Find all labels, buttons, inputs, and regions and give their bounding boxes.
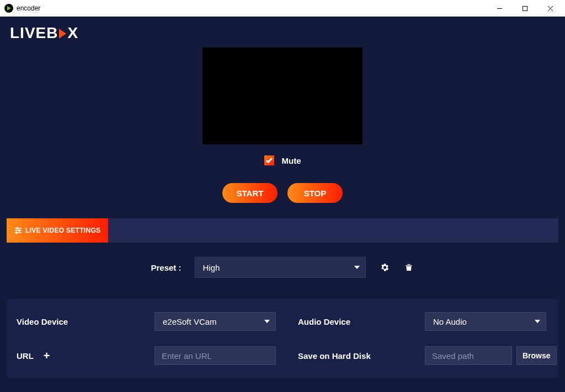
- svg-point-10: [15, 232, 17, 233]
- chevron-down-icon: [354, 266, 360, 269]
- window-titlebar: encoder: [0, 0, 565, 17]
- logo-chevron-icon: [59, 29, 66, 39]
- preset-settings-button[interactable]: [379, 262, 390, 273]
- url-label-cell: URL +: [17, 350, 149, 361]
- settings-tabstrip: LIVE VIDEO SETTINGS: [7, 218, 558, 243]
- browse-button[interactable]: Browse: [516, 346, 557, 365]
- close-button[interactable]: [537, 0, 563, 17]
- audio-device-label: Audio Device: [281, 317, 419, 326]
- mute-checkbox[interactable]: [264, 155, 274, 165]
- preset-select[interactable]: High: [195, 257, 366, 278]
- app-root: LIVEB X Mute START STOP LIVE VIDEO SETTI…: [0, 17, 565, 392]
- url-input[interactable]: [162, 351, 269, 361]
- audio-device-value: No Audio: [433, 317, 467, 326]
- maximize-button[interactable]: [512, 0, 537, 17]
- gear-icon: [380, 262, 390, 272]
- device-panel: Video Device e2eSoft VCam Audio Device N…: [7, 299, 558, 378]
- trash-icon: [404, 262, 413, 272]
- svg-point-8: [18, 229, 20, 231]
- tab-label: LIVE VIDEO SETTINGS: [25, 227, 100, 234]
- svg-marker-0: [7, 6, 11, 10]
- url-label: URL: [17, 351, 34, 361]
- video-device-value: e2eSoft VCam: [163, 317, 217, 326]
- url-input-wrap: [154, 346, 276, 365]
- svg-point-6: [16, 227, 18, 229]
- mute-label: Mute: [282, 156, 301, 165]
- logo-row: LIVEB X: [0, 17, 565, 47]
- stop-button[interactable]: STOP: [287, 183, 343, 203]
- svg-rect-2: [523, 6, 527, 10]
- logo: LIVEB X: [10, 24, 555, 42]
- preset-row: Preset : High: [0, 257, 565, 278]
- add-url-button[interactable]: +: [44, 350, 50, 361]
- chevron-down-icon: [535, 320, 540, 323]
- save-on-disk-label: Save on Hard Disk: [281, 351, 419, 361]
- chevron-down-icon: [264, 320, 270, 323]
- video-preview: [202, 47, 363, 144]
- save-path-cell: Browse: [425, 346, 557, 365]
- preset-label: Preset :: [151, 263, 181, 272]
- window-controls: [487, 0, 563, 17]
- preview-area: Mute START STOP: [0, 47, 565, 203]
- window-title: encoder: [17, 4, 40, 12]
- mute-row: Mute: [264, 155, 301, 165]
- logo-text-prefix: LIVEB: [10, 24, 58, 42]
- tab-live-video-settings[interactable]: LIVE VIDEO SETTINGS: [7, 218, 108, 243]
- minimize-button[interactable]: [487, 0, 512, 17]
- video-device-select[interactable]: e2eSoft VCam: [154, 312, 276, 331]
- preset-delete-button[interactable]: [403, 262, 414, 273]
- audio-device-select[interactable]: No Audio: [425, 312, 546, 331]
- logo-text-suffix: X: [67, 24, 78, 42]
- action-row: START STOP: [222, 183, 343, 203]
- preset-value: High: [203, 263, 220, 272]
- save-path-input[interactable]: [432, 351, 505, 361]
- video-device-label: Video Device: [17, 317, 149, 326]
- app-icon: [4, 4, 13, 13]
- sliders-icon: [14, 227, 22, 234]
- save-path-input-wrap: [425, 346, 512, 365]
- start-button[interactable]: START: [222, 183, 278, 203]
